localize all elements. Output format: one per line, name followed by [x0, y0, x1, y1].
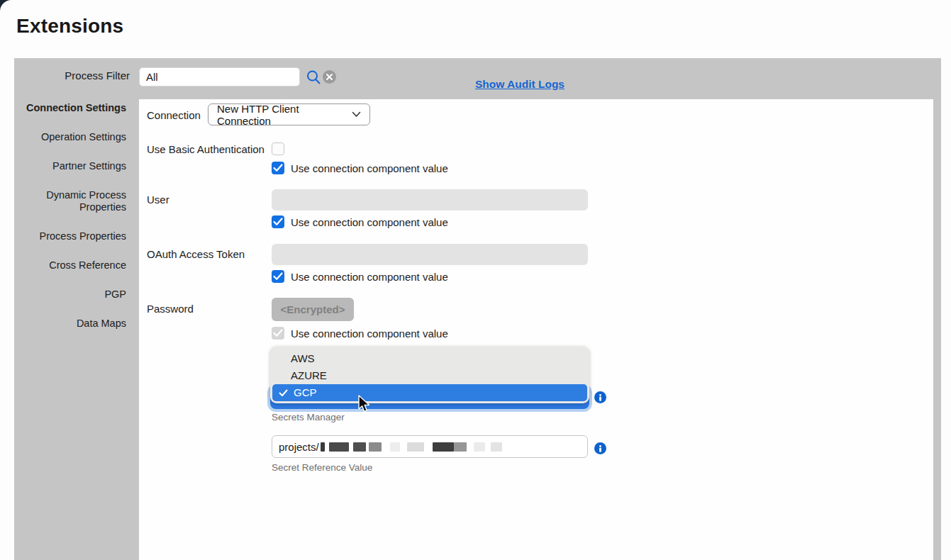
redacted-value: [321, 442, 502, 452]
show-audit-logs-link[interactable]: Show Audit Logs: [475, 78, 565, 91]
page-title: Extensions: [16, 15, 123, 38]
ucc-label-password: Use connection component value: [291, 327, 448, 340]
ucc-label-user: Use connection component value: [291, 216, 448, 228]
oauth-input[interactable]: [272, 244, 588, 265]
process-filter-input[interactable]: [139, 67, 300, 86]
page: Extensions Process Filter Show Audit Log…: [0, 0, 951, 560]
connection-select-value: New HTTP Client Connection: [217, 103, 352, 127]
secret-value-visible: projects/: [279, 441, 319, 453]
dropdown-option-gcp[interactable]: GCP: [272, 384, 587, 401]
ucc-checkbox-password[interactable]: [272, 327, 284, 340]
password-label: Password: [147, 303, 194, 315]
oauth-label: OAuth Access Token: [147, 248, 245, 260]
extensions-window: Extensions Process Filter Show Audit Log…: [0, 0, 951, 560]
basic-auth-label: Use Basic Authentication: [147, 143, 265, 155]
sidebar-item-operation-settings[interactable]: Operation Settings: [14, 131, 126, 143]
secrets-manager-dropdown: AWS AZURE GCP: [270, 347, 589, 403]
dropdown-option-aws[interactable]: AWS: [270, 350, 589, 367]
check-icon: [273, 164, 283, 172]
extensions-panel: Process Filter Show Audit Logs Connectio…: [14, 58, 941, 560]
sidebar-item-partner-settings[interactable]: Partner Settings: [14, 160, 126, 172]
secret-reference-label: Secret Reference Value: [272, 462, 372, 473]
user-input[interactable]: [272, 189, 588, 211]
encrypted-password-button[interactable]: <Encrypted>: [272, 298, 354, 321]
ucc-label-oauth: Use connection component value: [291, 271, 448, 283]
check-icon: [273, 218, 283, 226]
ucc-checkbox-basic-auth[interactable]: [272, 162, 284, 174]
secrets-manager-label: Secrets Manager: [272, 412, 345, 422]
search-icon[interactable]: [306, 69, 321, 86]
sidebar-item-process-properties[interactable]: Process Properties: [14, 230, 126, 242]
chevron-down-icon: [352, 111, 361, 118]
connection-settings-form: Connection New HTTP Client Connection Us…: [139, 99, 933, 560]
ucc-label-basic-auth: Use connection component value: [291, 162, 448, 174]
check-icon: [279, 389, 288, 397]
sidebar-item-data-maps[interactable]: Data Maps: [14, 318, 126, 330]
connection-label: Connection: [147, 109, 201, 121]
sidebar-item-cross-reference[interactable]: Cross Reference: [14, 259, 126, 271]
mouse-cursor: [357, 395, 371, 416]
clear-filter-icon[interactable]: [323, 70, 336, 84]
user-label: User: [147, 194, 169, 206]
sidebar-item-dynamic-process-properties[interactable]: Dynamic Process Properties: [14, 189, 126, 213]
info-icon[interactable]: [594, 391, 606, 403]
info-icon[interactable]: [594, 442, 606, 454]
sidebar-item-connection-settings[interactable]: Connection Settings: [14, 102, 126, 114]
ucc-checkbox-user[interactable]: [272, 215, 284, 228]
sidebar-item-pgp[interactable]: PGP: [14, 289, 126, 301]
check-icon: [273, 329, 283, 337]
basic-auth-checkbox[interactable]: [272, 142, 284, 155]
secret-reference-input[interactable]: projects/: [272, 435, 588, 458]
connection-select[interactable]: New HTTP Client Connection: [208, 103, 370, 125]
check-icon: [273, 272, 283, 281]
dropdown-option-gcp-label: GCP: [294, 384, 317, 401]
ucc-checkbox-oauth[interactable]: [272, 270, 284, 283]
process-filter-label: Process Filter: [14, 69, 130, 82]
dropdown-option-azure[interactable]: AZURE: [270, 367, 589, 384]
